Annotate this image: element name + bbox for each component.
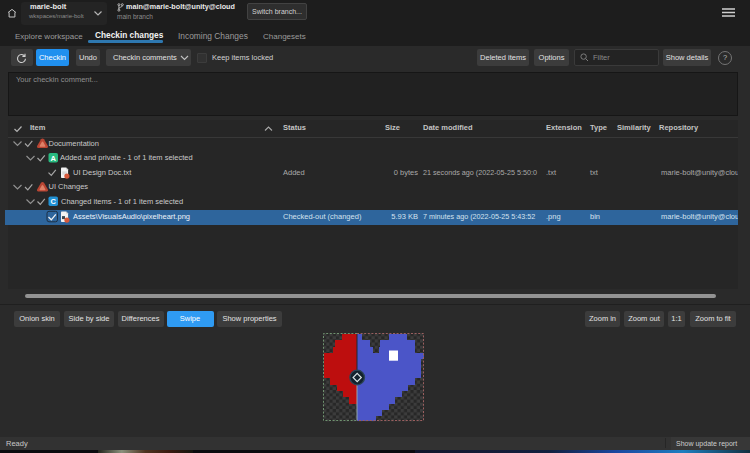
svg-text:A: A [51,154,57,163]
svg-text:C: C [51,197,57,206]
